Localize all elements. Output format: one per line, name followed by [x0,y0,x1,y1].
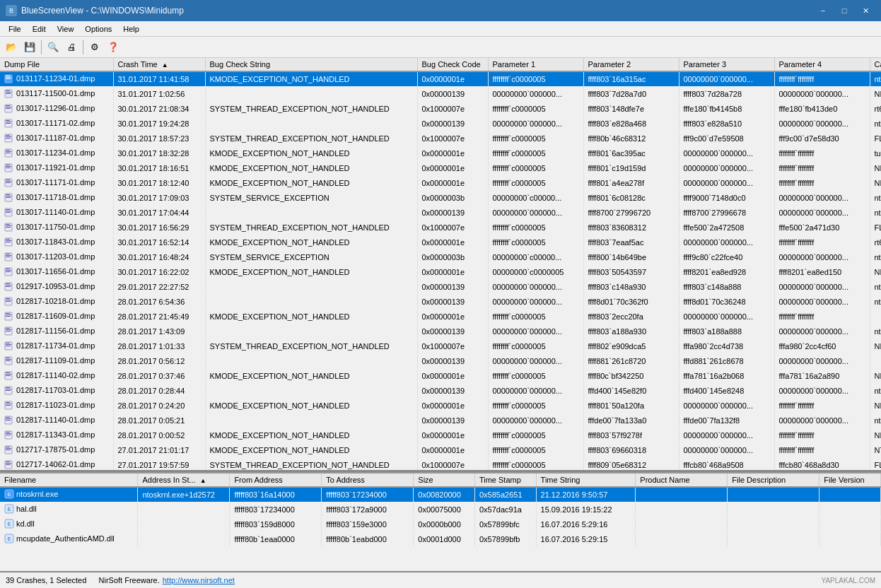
print-button[interactable]: 🖨 [63,39,80,56]
lower-col-header-tstr[interactable]: Time String [536,474,636,487]
svg-rect-41 [6,224,10,225]
lower-col-header-filename[interactable]: Filename [0,474,138,487]
cell-0: 28.01.2017 1:01:33 [113,339,205,354]
cell-3: 00000000`000000... [488,206,583,220]
nirsoft-link[interactable]: http://www.nirsoft.net [163,576,235,584]
table-row[interactable]: 013017-11234-01.dmp30.01.2017 18:32:28KM… [0,146,881,161]
cell-4: fffde00`7fa133a0 [583,413,679,428]
table-row[interactable]: 013017-11171-01.dmp30.01.2017 18:12:40KM… [0,176,881,191]
svg-rect-69 [6,328,10,329]
svg-rect-33 [6,194,10,195]
lower-col-header-from[interactable]: From Address [230,474,322,487]
lower-col-header-desc[interactable]: File Description [728,474,819,487]
menu-item-edit[interactable]: Edit [27,23,52,35]
col-header-bugcode[interactable]: Bug Check Code [417,58,488,71]
svg-rect-85 [6,387,10,388]
table-row[interactable]: 012817-11734-01.dmp28.01.2017 1:01:33SYS… [0,339,881,354]
cell-5: ffff803`e828a510 [679,117,774,131]
cell-1: KMODE_EXCEPTION_NOT_HANDLED [205,310,417,324]
cell-4: ffff802`e909dca5 [583,339,679,354]
cell-1: SYSTEM_THREAD_EXCEPTION_NOT_HANDLED [205,339,417,354]
sort-arrow-crash: ▲ [162,61,168,69]
table-row[interactable]: 013017-11750-01.dmp30.01.2017 16:56:29SY… [0,220,881,235]
toolbar-separator-1 [41,40,42,54]
table-row[interactable]: 013017-11187-01.dmp30.01.2017 18:57:23SY… [0,131,881,146]
svg-rect-35 [6,197,11,198]
menu-item-view[interactable]: View [52,23,80,35]
table-row[interactable]: 012817-11023-01.dmp28.01.2017 0:24:20KMO… [0,399,881,413]
lower-table-container[interactable]: Filename Address In St... ▲ From Address… [0,472,881,571]
table-row[interactable]: Entoskrnl.exentoskrnl.exe+1d2572fffff803… [0,487,881,502]
settings-button[interactable]: ⚙ [86,39,103,56]
table-row[interactable]: Ekd.dllfffff803`159d8000fffff803`159e300… [0,517,881,532]
table-row[interactable]: 013017-11296-01.dmp30.01.2017 21:08:34SY… [0,102,881,117]
maximize-button[interactable]: □ [834,4,854,18]
col-header-param2[interactable]: Parameter 2 [583,58,679,71]
lower-col-header-to[interactable]: To Address [322,474,414,487]
cell-lower-0 [138,502,230,517]
table-row[interactable]: 013017-11718-01.dmp30.01.2017 17:09:03SY… [0,191,881,206]
cell-5: 00000000`000000... [679,146,774,161]
crashes-table-body: 013117-11234-01.dmp31.01.2017 11:41:58KM… [0,71,881,472]
table-row[interactable]: 012817-10218-01.dmp28.01.2017 6:54:360x0… [0,295,881,310]
cell-2: 0x00000139 [417,117,488,131]
table-row[interactable]: 013017-11171-02.dmp30.01.2017 19:24:280x… [0,117,881,131]
lower-col-header-ts[interactable]: Time Stamp [474,474,536,487]
table-row[interactable]: 012817-11140-02.dmp28.01.2017 0:37:46KMO… [0,369,881,384]
col-header-param4[interactable]: Parameter 4 [774,58,870,71]
table-row[interactable]: 012817-11109-01.dmp28.01.2017 0:56:120x0… [0,354,881,369]
help-button[interactable]: ❓ [105,39,122,56]
cell-lower-0 [138,532,230,547]
table-row[interactable]: 013017-11140-01.dmp30.01.2017 17:04:440x… [0,206,881,220]
svg-rect-95 [6,420,11,421]
table-row[interactable]: 013117-11500-01.dmp31.01.2017 1:02:560x0… [0,87,881,102]
table-row[interactable]: 012717-14062-01.dmp27.01.2017 19:57:59SY… [0,458,881,473]
cell-lower-3: 0x00820000 [414,487,475,502]
col-header-dump[interactable]: Dump File [0,58,113,71]
table-row[interactable]: 012817-11703-01.dmp28.01.2017 0:28:440x0… [0,384,881,399]
svg-rect-26 [6,166,11,167]
col-header-crash[interactable]: Crash Time ▲ [113,58,205,71]
col-header-caused[interactable]: Caused By Driver [870,58,881,71]
table-row[interactable]: 013017-11656-01.dmp30.01.2017 16:22:02KM… [0,265,881,280]
upper-table-container[interactable]: Dump File Crash Time ▲ Bug Check String … [0,58,881,472]
col-header-param3[interactable]: Parameter 3 [679,58,774,71]
svg-rect-55 [6,271,11,272]
menu-item-options[interactable]: Options [79,23,117,35]
save-button[interactable]: 💾 [21,39,38,56]
table-row[interactable]: 012917-10953-01.dmp29.01.2017 22:27:520x… [0,280,881,295]
table-row[interactable]: 012717-17875-01.dmp27.01.2017 21:01:17KM… [0,443,881,458]
table-row[interactable]: 012817-11343-01.dmp28.01.2017 0:00:52KMO… [0,428,881,443]
lower-col-header-prod[interactable]: Product Name [636,474,728,487]
table-row[interactable]: 012817-11140-01.dmp28.01.2017 0:05:210x0… [0,413,881,428]
cell-lower-2: fffff803`159e3000 [322,517,414,532]
cell-7: NTFS.sys [870,443,881,458]
cell-filename: Entoskrnl.exe [0,487,138,502]
menu-item-help[interactable]: Help [117,23,145,35]
table-row[interactable]: 013017-11843-01.dmp30.01.2017 16:52:14KM… [0,235,881,250]
cell-0: 28.01.2017 0:37:46 [113,369,205,384]
find-button[interactable]: 🔍 [45,39,62,56]
cell-6: fffa980`2cc4cf60 [774,339,870,354]
table-row[interactable]: 013117-11234-01.dmp31.01.2017 11:41:58KM… [0,71,881,87]
col-header-bugstr[interactable]: Bug Check String [205,58,417,71]
table-row[interactable]: 013017-11203-01.dmp30.01.2017 16:48:24SY… [0,250,881,265]
cell-dump: 013017-11187-01.dmp [0,131,113,146]
close-button[interactable]: ✕ [856,4,875,18]
table-row[interactable]: 012817-11156-01.dmp28.01.2017 1:43:090x0… [0,324,881,339]
table-row[interactable]: Ehal.dllfffff803`17234000fffff803`172a90… [0,502,881,517]
cell-dump: 012817-10218-01.dmp [0,295,113,310]
lower-col-header-addr[interactable]: Address In St... ▲ [138,474,230,487]
lower-col-header-ver[interactable]: File Version [819,474,881,487]
cell-6: 00000000`000000... [774,191,870,206]
cell-5: fffde00`7fa132f8 [679,413,774,428]
table-row[interactable]: Emcupdate_AuthenticAMD.dllfffff80b`1eaa0… [0,532,881,547]
table-row[interactable]: 013017-11921-01.dmp30.01.2017 18:16:51KM… [0,161,881,176]
minimize-button[interactable]: − [813,4,833,18]
table-row[interactable]: 012817-11609-01.dmp28.01.2017 21:45:49KM… [0,310,881,324]
menu-item-file[interactable]: File [3,23,27,35]
open-button[interactable]: 📂 [3,39,20,56]
col-header-param1[interactable]: Parameter 1 [488,58,583,71]
lower-col-header-size[interactable]: Size [414,474,475,487]
cell-1: KMODE_EXCEPTION_NOT_HANDLED [205,235,417,250]
